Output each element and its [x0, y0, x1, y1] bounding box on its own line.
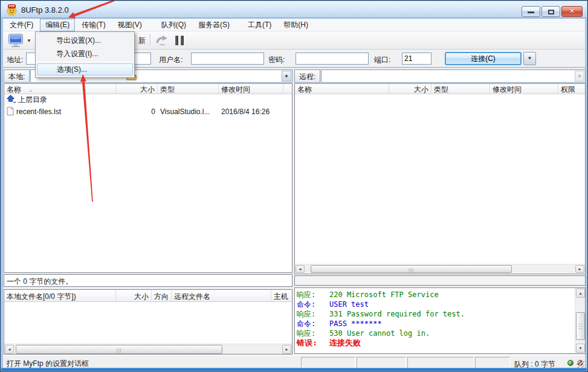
log-line: 命令:PASS *******	[297, 319, 573, 329]
green-led-icon	[567, 360, 573, 366]
menu-bar: 文件(F) 编辑(E) 传输(T) 视图(V) 队列(Q) 服务器(S) 工具(…	[3, 19, 585, 31]
menu-help[interactable]: 帮助(H)	[278, 19, 314, 31]
status-cell	[301, 357, 355, 368]
local-col-type[interactable]: 类型	[158, 84, 219, 94]
close-icon: ✕	[562, 7, 582, 15]
status-cell	[357, 357, 406, 368]
minimize-button[interactable]	[522, 6, 540, 17]
log-line: 命令:USER test	[297, 300, 573, 309]
local-file-list: 上层目录 recent-files.lst 0	[4, 94, 292, 272]
maximize-button[interactable]	[541, 6, 560, 17]
remote-panel: 远程: ▼ 名称 大小 类型 修改时间 权限 ◂ ||| ▸	[294, 68, 586, 354]
menu-item-options[interactable]: 选项(S)...	[37, 63, 133, 75]
scroll-left-icon[interactable]: ◂	[296, 265, 305, 273]
remote-status-strip	[294, 275, 586, 286]
minimize-icon	[528, 11, 534, 13]
log-vscroll-thumb[interactable]: ———	[576, 312, 585, 340]
transfer-arrow-icon[interactable]	[155, 34, 170, 47]
up-directory-icon	[7, 95, 16, 103]
sort-ascending-icon: ▵	[30, 88, 32, 93]
port-label: 端口:	[374, 55, 390, 65]
svg-text:FTP: FTP	[9, 4, 15, 8]
scroll-up-icon[interactable]: ▴	[576, 289, 585, 298]
log-vscrollbar: ▴ ——— ▾	[575, 288, 585, 353]
remote-tab[interactable]: 远程:	[294, 69, 320, 83]
log-line: 响应:530 User cannot log in.	[297, 329, 573, 338]
queue-col-local[interactable]: 本地文件名[0/0 字节])	[4, 290, 116, 301]
queue-col-host[interactable]: 主机	[271, 290, 292, 301]
scroll-left-icon[interactable]: ◂	[5, 345, 14, 354]
local-tab[interactable]: 本地:	[4, 69, 30, 83]
queue-col-remote[interactable]: 远程文件名	[172, 290, 271, 301]
remote-file-box: 名称 大小 类型 修改时间 权限 ◂ ||| ▸	[294, 83, 586, 274]
refresh-button-partial-label[interactable]: 新	[138, 36, 146, 46]
maximize-icon	[548, 10, 554, 14]
scroll-right-icon[interactable]: ▸	[575, 265, 584, 273]
menu-tools[interactable]: 工具(T)	[242, 19, 277, 31]
log-line: 响应:331 Password required for test.	[297, 309, 573, 319]
local-col-name[interactable]: 名称▵	[4, 84, 116, 94]
local-panel: 本地: ▼ 名称▵ 大小 类型 修改时间	[4, 68, 292, 354]
table-row-parent-dir[interactable]: 上层目录	[4, 94, 292, 106]
username-label: 用户名:	[159, 55, 183, 65]
close-button[interactable]: ✕	[561, 6, 583, 17]
menu-edit[interactable]: 编辑(E)	[40, 19, 75, 31]
app-window: FTP 8UFtp 3.8.2.0 ✕ 文件(F) 编辑(E) 传输(T) 视图…	[0, 0, 588, 372]
connect-options-dropdown[interactable]: ▼	[523, 52, 536, 65]
remote-col-type[interactable]: 类型	[431, 84, 490, 94]
remote-col-name[interactable]: 名称	[295, 84, 389, 94]
edit-menu-popup: 导出设置(X)... 导入设置(I)... 选项(S)...	[35, 31, 135, 78]
queue-hscroll-thumb[interactable]: |||	[16, 345, 222, 354]
queue-col-direction[interactable]: 方向	[152, 290, 172, 301]
local-path-dropdown-icon[interactable]: ▼	[282, 71, 291, 82]
menu-queue[interactable]: 队列(Q)	[156, 19, 192, 31]
log-box: 响应:220 Microsoft FTP Service 命令:USER tes…	[294, 287, 586, 354]
remote-col-modified[interactable]: 修改时间	[490, 84, 558, 94]
address-label: 地址:	[7, 55, 23, 65]
connect-computer-icon[interactable]	[8, 33, 24, 48]
menu-separator	[37, 62, 133, 62]
menu-view[interactable]: 视图(V)	[112, 19, 147, 31]
scroll-down-icon[interactable]: ▾	[576, 344, 585, 353]
remote-path-dropdown-icon: ▼	[575, 71, 584, 82]
remote-path-combobox[interactable]: ▼	[321, 69, 586, 83]
scroll-right-icon[interactable]: ▸	[282, 345, 291, 354]
remote-hscrollbar: ◂ ||| ▸	[295, 264, 585, 273]
local-col-modified[interactable]: 修改时间	[219, 84, 283, 94]
pause-icon[interactable]	[175, 36, 186, 47]
remote-col-size[interactable]: 大小	[389, 84, 431, 94]
local-status-text: 一个 0 字节的文件。	[4, 274, 292, 287]
menu-server[interactable]: 服务器(S)	[193, 19, 235, 31]
window-frame-bottom	[1, 368, 587, 371]
queue-hscrollbar: ◂ ||| ▸	[4, 344, 292, 354]
local-file-box: 名称▵ 大小 类型 修改时间 上层目录	[4, 83, 292, 273]
status-bar: 打开 MyFtp 的设置对话框 队列 : 0 字节	[3, 355, 585, 369]
local-col-size[interactable]: 大小	[116, 84, 158, 94]
remote-col-perms[interactable]: 权限	[558, 84, 585, 94]
password-input[interactable]	[296, 53, 369, 65]
table-row-file[interactable]: recent-files.lst 0 VisualStudio.l... 201…	[4, 106, 292, 117]
queue-size-status: 队列 : 0 字节	[511, 357, 564, 368]
menu-item-export-settings[interactable]: 导出设置(X)...	[36, 34, 134, 47]
menu-file[interactable]: 文件(F)	[4, 19, 39, 31]
queue-col-size[interactable]: 大小	[116, 290, 152, 301]
file-icon	[7, 107, 14, 115]
queue-list	[4, 302, 292, 344]
menu-item-import-settings[interactable]: 导入设置(I)...	[36, 47, 134, 60]
status-cell	[407, 357, 474, 368]
queue-box: 本地文件名[0/0 字节]) 大小 方向 远程文件名 主机 ◂ ||| ▸	[4, 289, 292, 354]
status-cell	[475, 357, 510, 368]
port-input[interactable]	[402, 53, 431, 65]
log-line: 响应:220 Microsoft FTP Service	[297, 290, 573, 300]
toolbar-separator	[150, 34, 150, 46]
remote-hscroll-thumb[interactable]: |||	[311, 265, 512, 273]
menu-transfer[interactable]: 传输(T)	[76, 19, 111, 31]
username-input[interactable]	[191, 53, 264, 65]
connect-dropdown-arrow-icon[interactable]: ▼	[27, 38, 31, 43]
remote-file-list	[295, 94, 585, 264]
connect-button[interactable]: 连接(C)	[445, 52, 522, 65]
app-ftp-smiley-icon: FTP	[6, 4, 18, 16]
title-bar[interactable]: FTP 8UFtp 3.8.2.0 ✕	[1, 1, 587, 18]
client-area: 本地: ▼ 名称▵ 大小 类型 修改时间	[3, 68, 585, 355]
window-title: 8UFtp 3.8.2.0	[21, 5, 69, 14]
